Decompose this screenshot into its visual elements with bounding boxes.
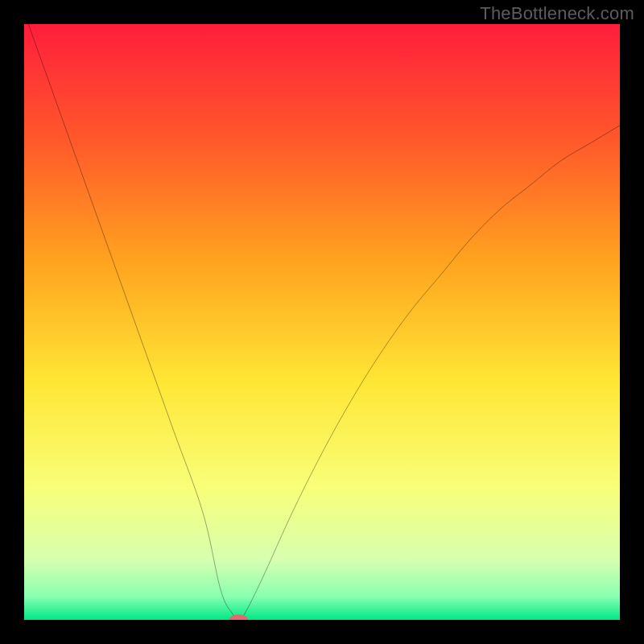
chart-frame: TheBottleneck.com — [0, 0, 644, 644]
watermark-text: TheBottleneck.com — [480, 3, 634, 24]
chart-background — [24, 24, 620, 620]
bottleneck-chart — [24, 24, 620, 620]
